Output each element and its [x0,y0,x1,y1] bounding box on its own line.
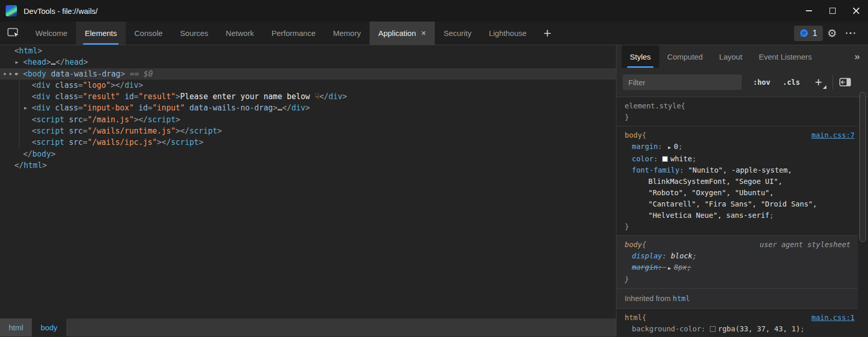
panel-tabs: WelcomeElementsConsoleSourcesNetworkPerf… [27,22,535,45]
tab-console[interactable]: Console [126,22,171,45]
tab-network[interactable]: Network [217,22,263,45]
css-property[interactable]: background-color: rgba(33, 37, 43, 1); [625,323,855,334]
stylesheet-link[interactable]: main.css:7 [812,129,855,141]
dom-tree-row[interactable]: </html> [0,160,616,171]
window-titlebar: DevTools - file://wails/ [0,0,868,22]
rule-selector-row: html {main.css:1 [625,312,855,323]
new-style-rule-button[interactable]: + [811,75,825,89]
tab-security[interactable]: Security [435,22,480,45]
issues-bubble-icon [800,29,808,38]
property-value: block [671,252,692,260]
stylesheet-link[interactable]: main.css:1 [812,312,855,323]
css-property[interactable]: font-family: "Nunito", -apple-system, [625,164,855,176]
property-name: color [632,155,653,163]
property-value: white [670,155,692,163]
toolbar-right-group: 1 ⚙ [794,22,868,45]
tab-label: Security [443,29,471,38]
property-value: 8px [674,263,687,271]
close-icon [853,7,860,14]
breadcrumb-item-body[interactable]: body [32,319,66,336]
dom-tree-row[interactable]: <html> [0,45,616,57]
dom-tree-row[interactable]: <div class="result" id="result">Please e… [0,91,616,102]
breadcrumb-item-html[interactable]: html [0,319,32,336]
tab-memory[interactable]: Memory [324,22,370,45]
color-swatch[interactable] [662,156,668,162]
computed-styles-sidebar-toggle[interactable] [839,78,851,87]
inherited-node-link[interactable]: html [673,294,690,303]
inspect-element-button[interactable] [0,22,27,45]
rule-selector[interactable]: body [625,129,642,141]
close-button[interactable] [844,0,868,22]
collapse-arrow-icon[interactable]: ▼ [15,68,18,80]
tab-label: Memory [333,29,361,38]
dom-tree-row[interactable]: <script src="/wails/ipc.js"></script> [0,137,616,148]
dom-tree-row[interactable]: </body> [0,148,616,160]
styles-filter-input[interactable] [623,74,742,90]
settings-button[interactable]: ⚙ [823,24,841,43]
styles-scrollbar[interactable] [858,68,868,336]
dom-tree-row[interactable]: ▶<div class="input-box" id="input" data-… [0,102,616,114]
property-value: center [684,336,710,336]
dom-tree-row[interactable]: ▶<head>…</head> [0,57,616,68]
tab-label: Network [226,29,254,38]
rule-selector-row: body {main.css:7 [625,129,855,141]
minimize-button[interactable] [797,0,821,22]
rule-selector-row: body {user agent stylesheet [625,239,855,250]
more-tabs-chevron-icon[interactable]: » [854,51,860,62]
dom-tree-row[interactable]: <script src="/wails/runtime.js"></script… [0,125,616,137]
style-rule-section: html {main.css:1background-color: rgba(3… [616,309,858,336]
expand-arrow-icon[interactable]: ▶ [15,57,18,68]
expand-longhand-icon[interactable]: ▶ [666,263,673,274]
expand-longhand-icon[interactable]: ▶ [666,142,673,153]
rule-selector[interactable]: html [625,312,642,323]
scrollbar-thumb[interactable] [859,92,866,242]
property-value: rgba(33, 37, 43, 1) [718,325,800,333]
rule-selector[interactable]: element.style [625,100,681,111]
elements-panel: <html>▶<head>…</head>•••▼<body data-wail… [0,45,616,336]
window-title: DevTools - file://wails/ [24,7,98,15]
css-property[interactable]: color: white; [625,153,855,164]
style-rule-section: body {main.css:7margin: ▶0;color: white;… [616,126,858,236]
tab-welcome[interactable]: Welcome [27,22,76,45]
devtools-window: DevTools - file://wails/ WelcomeElements… [0,0,868,337]
toggle-pseudo-state-button[interactable]: :hov [753,78,770,86]
sidebar-tab-styles[interactable]: Styles [622,45,659,68]
dom-tree: <html>▶<head>…</head>•••▼<body data-wail… [0,45,616,319]
style-rule-section: body {user agent stylesheetdisplay: bloc… [616,236,858,289]
tab-elements[interactable]: Elements [76,22,126,45]
styles-rules-list: element.style {}body {main.css:7margin: … [616,97,858,336]
tab-lighthouse[interactable]: Lighthouse [480,22,535,45]
css-property[interactable]: margin: ▶0; [625,141,855,153]
tab-performance[interactable]: Performance [263,22,324,45]
tab-sources[interactable]: Sources [171,22,217,45]
tab-label: Elements [85,29,117,38]
inherited-from-label: Inherited from [625,294,673,303]
rule-selector[interactable]: body [625,239,642,250]
tab-application[interactable]: Application× [370,22,435,45]
close-tab-icon[interactable]: × [421,29,426,38]
dom-tree-row[interactable]: <script src="/main.js"></script> [0,114,616,125]
dom-tree-row[interactable]: <div class="logo"></div> [0,80,616,91]
tab-label: Console [134,29,163,38]
css-property[interactable]: margin: ▶8px; [625,261,855,274]
property-value: "Nunito", -apple-system, [688,166,792,174]
add-tab-button[interactable]: + [535,22,560,45]
sidebar-tab-event-listeners[interactable]: Event Listeners [750,45,820,68]
maximize-button[interactable] [821,0,844,22]
expand-arrow-icon[interactable]: ▶ [24,102,27,114]
color-swatch[interactable] [710,326,716,332]
css-property[interactable]: text-align: center; [625,334,855,336]
more-options-button[interactable] [841,24,860,43]
stylesheet-origin-note: user agent stylesheet [760,239,855,250]
sidebar-tab-layout[interactable]: Layout [711,45,750,68]
toggle-element-classes-button[interactable]: .cls [783,78,800,86]
css-property[interactable]: display: block; [625,250,855,261]
dom-tree-row[interactable]: •••▼<body data-wails-drag> == $0 [0,68,616,80]
issues-counter-button[interactable]: 1 [794,26,823,41]
rule-close-brace: } [625,274,855,285]
tab-label: Application [378,29,416,38]
inherited-from-header: Inherited from html [616,289,858,309]
style-rule-section: element.style {} [616,97,858,126]
sidebar-tab-computed[interactable]: Computed [659,45,711,68]
toolbar-divider [833,75,833,89]
